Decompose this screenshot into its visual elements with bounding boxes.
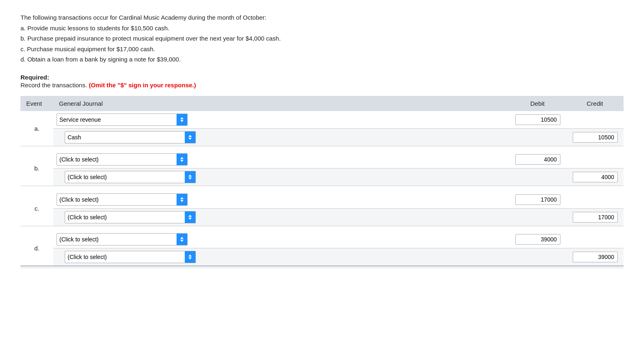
select-d-main[interactable]: (Click to select) bbox=[57, 234, 177, 244]
select-arrow-c-main[interactable] bbox=[177, 194, 187, 205]
select-arrow-d-sub[interactable] bbox=[185, 251, 195, 263]
table-row-d-main: d.(Click to select) bbox=[20, 231, 624, 248]
journal-select-b-main: (Click to select) bbox=[53, 151, 509, 168]
credit-cell-c-sub bbox=[566, 208, 624, 226]
journal-select-d-sub: (Click to select) bbox=[53, 248, 509, 266]
select-c-main[interactable]: (Click to select) bbox=[57, 195, 177, 205]
omit-note: (Omit the "$" sign in your response.) bbox=[89, 82, 196, 89]
transaction-b: b. Purchase prepaid insurance to protect… bbox=[20, 33, 624, 44]
event-label-b: b. bbox=[20, 151, 53, 186]
credit-cell-b-main bbox=[566, 151, 624, 168]
spacer-row-0 bbox=[20, 146, 624, 151]
credit-cell-b-sub bbox=[566, 168, 624, 186]
header-event: Event bbox=[20, 96, 53, 111]
table-row-d-sub: (Click to select) bbox=[20, 248, 624, 266]
event-label-d: d. bbox=[20, 231, 53, 266]
journal-select-c-main: (Click to select) bbox=[53, 191, 509, 209]
required-text-plain: Record the transactions. bbox=[20, 82, 87, 89]
spacer-row-1 bbox=[20, 186, 624, 191]
credit-input-d[interactable] bbox=[573, 252, 618, 262]
table-row-a-main: a.Service revenue bbox=[20, 111, 624, 129]
spacer-row-2 bbox=[20, 226, 624, 231]
problem-text: The following transactions occur for Car… bbox=[20, 12, 624, 65]
journal-table: Event General Journal Debit Credit a.Ser… bbox=[20, 96, 624, 268]
select-arrow-d-main[interactable] bbox=[177, 234, 187, 245]
select-b-sub[interactable]: (Click to select) bbox=[65, 172, 185, 182]
debit-cell-d bbox=[509, 231, 566, 248]
debit-cell-c bbox=[509, 191, 566, 209]
required-section: Required: Record the transactions. (Omit… bbox=[20, 74, 624, 89]
header-debit: Debit bbox=[509, 96, 566, 111]
event-label-c: c. bbox=[20, 191, 53, 226]
table-row-c-main: c.(Click to select) bbox=[20, 191, 624, 209]
credit-cell-a-main bbox=[566, 111, 624, 129]
bottom-border-cell bbox=[20, 266, 624, 268]
select-arrow-b-main[interactable] bbox=[177, 154, 187, 165]
credit-input-c[interactable] bbox=[573, 212, 618, 223]
select-a-main[interactable]: Service revenue bbox=[57, 115, 177, 125]
select-b-main[interactable]: (Click to select) bbox=[57, 155, 177, 164]
debit-cell-a bbox=[509, 111, 566, 129]
credit-cell-a-sub bbox=[566, 128, 624, 146]
table-row-c-sub: (Click to select) bbox=[20, 208, 624, 226]
credit-cell-d-main bbox=[566, 231, 624, 248]
select-d-sub[interactable]: (Click to select) bbox=[65, 252, 185, 262]
required-label: Required: bbox=[20, 74, 624, 81]
debit-input-d[interactable] bbox=[515, 234, 560, 245]
transaction-c: c. Purchase musical equipment for $17,00… bbox=[20, 44, 624, 55]
debit-cell-b-sub bbox=[509, 168, 566, 186]
table-row-a-sub: Cash bbox=[20, 128, 624, 146]
required-text: Record the transactions. (Omit the "$" s… bbox=[20, 82, 624, 89]
journal-select-b-sub: (Click to select) bbox=[53, 168, 509, 186]
transaction-a: a. Provide music lessons to students for… bbox=[20, 23, 624, 34]
credit-cell-c-main bbox=[566, 191, 624, 209]
credit-input-a[interactable] bbox=[573, 132, 618, 143]
header-credit: Credit bbox=[566, 96, 624, 111]
select-a-sub[interactable]: Cash bbox=[65, 132, 185, 142]
debit-cell-a-sub bbox=[509, 128, 566, 146]
table-row-b-sub: (Click to select) bbox=[20, 168, 624, 186]
credit-input-b[interactable] bbox=[573, 172, 618, 182]
select-arrow-c-sub[interactable] bbox=[185, 211, 195, 223]
bottom-border-row bbox=[20, 266, 624, 268]
select-arrow-a-main[interactable] bbox=[177, 114, 187, 125]
debit-cell-b bbox=[509, 151, 566, 168]
select-c-sub[interactable]: (Click to select) bbox=[65, 212, 185, 222]
credit-cell-d-sub bbox=[566, 248, 624, 266]
debit-cell-c-sub bbox=[509, 208, 566, 226]
select-arrow-a-sub[interactable] bbox=[185, 132, 195, 143]
debit-input-b[interactable] bbox=[515, 154, 560, 165]
select-arrow-b-sub[interactable] bbox=[185, 171, 195, 183]
event-label-a: a. bbox=[20, 111, 53, 146]
debit-input-c[interactable] bbox=[515, 194, 560, 205]
journal-select-a-main: Service revenue bbox=[53, 111, 509, 129]
debit-input-a[interactable] bbox=[515, 114, 560, 125]
table-row-b-main: b.(Click to select) bbox=[20, 151, 624, 168]
journal-select-d-main: (Click to select) bbox=[53, 231, 509, 248]
intro-line: The following transactions occur for Car… bbox=[20, 12, 624, 23]
journal-select-c-sub: (Click to select) bbox=[53, 208, 509, 226]
debit-cell-d-sub bbox=[509, 248, 566, 266]
header-general-journal: General Journal bbox=[53, 96, 509, 111]
journal-select-a-sub: Cash bbox=[53, 128, 509, 146]
transaction-d: d. Obtain a loan from a bank by signing … bbox=[20, 54, 624, 65]
